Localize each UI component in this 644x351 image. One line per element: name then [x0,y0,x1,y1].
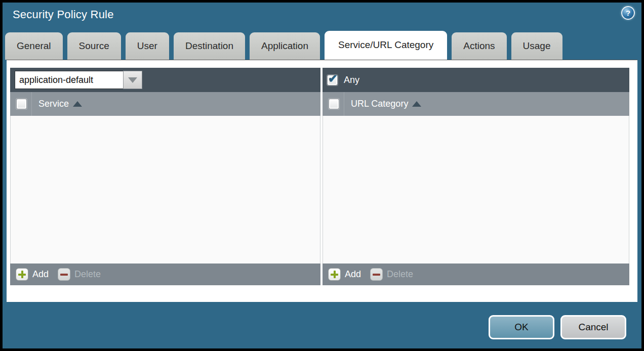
url-category-toolbar: ✔ Any [323,68,629,92]
service-add-button[interactable]: Add [16,268,49,281]
service-delete-button[interactable]: Delete [58,268,101,281]
tab-actions[interactable]: Actions [452,32,506,60]
tab-service-url-category[interactable]: Service/URL Category [325,31,447,60]
delete-button-label: Delete [74,269,101,280]
url-category-select-all-checkbox[interactable] [329,99,339,109]
url-category-list [323,116,629,264]
tab-destination[interactable]: Destination [174,32,245,60]
service-footer: Add Delete [10,264,320,285]
url-category-add-button[interactable]: Add [328,268,361,281]
any-checkbox[interactable]: ✔ [327,75,338,85]
cancel-button[interactable]: Cancel [560,315,626,339]
chevron-down-icon [128,77,137,83]
help-icon[interactable]: ? [621,6,635,20]
service-select-all-checkbox[interactable] [16,99,27,109]
sort-ascending-icon[interactable] [412,101,421,107]
service-toolbar [10,68,320,92]
service-list [10,116,320,264]
url-category-column-header-row: URL Category [323,92,629,116]
service-column-header-label: Service [38,99,69,109]
header-divider [31,92,32,116]
tab-source[interactable]: Source [67,32,121,60]
service-column-header-row: Service [10,92,320,116]
tab-usage[interactable]: Usage [511,32,562,60]
header-divider [344,92,344,116]
security-policy-rule-dialog: Security Policy Rule ? General Source Us… [0,0,644,351]
url-category-column-header-label: URL Category [351,99,408,109]
help-question-glyph: ? [626,9,630,17]
add-button-label: Add [32,269,49,280]
minus-icon [58,268,70,281]
url-category-panel: ✔ Any URL Category Add Delete [323,68,629,285]
minus-icon [370,268,383,281]
sort-ascending-icon[interactable] [73,101,82,107]
any-checkbox-label: Any [344,75,359,85]
ok-button[interactable]: OK [489,315,554,339]
add-button-label: Add [345,269,361,280]
plus-icon [16,268,28,281]
tab-application[interactable]: Application [250,32,320,60]
tab-user[interactable]: User [126,32,169,60]
page-title: Security Policy Rule [13,8,114,21]
service-dropdown-button[interactable] [123,71,142,89]
service-dropdown [15,71,142,89]
checkmark-icon: ✔ [328,72,337,85]
tab-general[interactable]: General [5,32,63,60]
service-dropdown-input[interactable] [15,71,123,89]
plus-icon [328,268,341,281]
service-panel: Service Add Delete [10,68,320,285]
url-category-footer: Add Delete [323,264,629,285]
tab-bar: General Source User Destination Applicat… [5,32,562,60]
delete-button-label: Delete [387,269,413,280]
url-category-delete-button[interactable]: Delete [370,268,413,281]
tab-content-area: Service Add Delete ✔ Any [7,60,637,302]
